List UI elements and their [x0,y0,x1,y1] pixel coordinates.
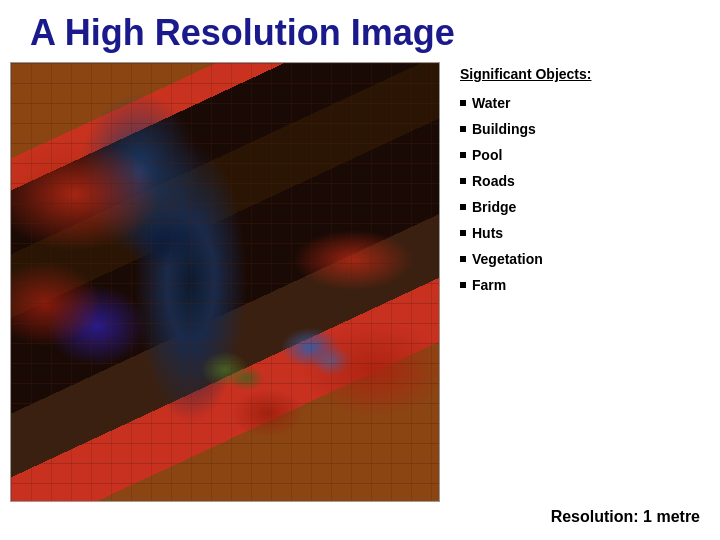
resolution-label: Resolution: 1 metre [551,508,700,526]
list-item: Farm [460,272,700,298]
image-grid-overlay [11,63,439,501]
object-name: Farm [472,277,506,293]
list-item: Roads [460,168,700,194]
object-name: Roads [472,173,515,189]
bullet-icon [460,282,466,288]
object-name: Water [472,95,510,111]
object-name: Bridge [472,199,516,215]
list-item: Vegetation [460,246,700,272]
bullet-icon [460,178,466,184]
list-item: Bridge [460,194,700,220]
list-item: Water [460,90,700,116]
page-title: A High Resolution Image [0,0,720,62]
object-name: Buildings [472,121,536,137]
object-name: Vegetation [472,251,543,267]
info-panel: Significant Objects: WaterBuildingsPoolR… [440,62,710,502]
content-area: Significant Objects: WaterBuildingsPoolR… [0,62,720,502]
significant-objects-label: Significant Objects: [460,66,700,82]
bullet-icon [460,230,466,236]
satellite-image [10,62,440,502]
list-item: Pool [460,142,700,168]
bullet-icon [460,204,466,210]
bullet-icon [460,100,466,106]
bullet-icon [460,152,466,158]
object-name: Huts [472,225,503,241]
list-item: Buildings [460,116,700,142]
bullet-icon [460,256,466,262]
objects-list: WaterBuildingsPoolRoadsBridgeHutsVegetat… [460,90,700,298]
object-name: Pool [472,147,502,163]
list-item: Huts [460,220,700,246]
image-background [11,63,439,501]
bullet-icon [460,126,466,132]
